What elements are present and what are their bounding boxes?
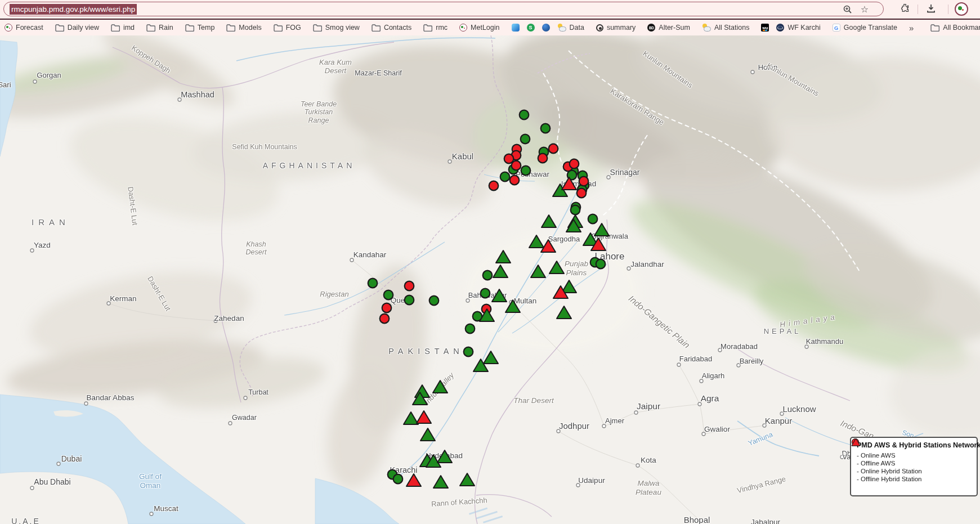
station-marker-aws[interactable] xyxy=(384,290,393,300)
bookmark-star-icon[interactable]: ☆ xyxy=(860,5,870,15)
station-marker-aws[interactable] xyxy=(520,110,529,120)
station-marker-aws[interactable] xyxy=(489,181,499,191)
bookmark-bird[interactable] xyxy=(542,24,550,32)
station-marker-aws[interactable] xyxy=(538,154,548,163)
station-marker-aws[interactable] xyxy=(579,177,589,186)
station-marker-aws[interactable] xyxy=(405,281,414,291)
bookmark-label: imd xyxy=(123,24,135,32)
bookmark-label: Google Translate xyxy=(844,24,897,32)
profile-avatar[interactable] xyxy=(955,2,968,16)
bookmark-label: summary xyxy=(607,24,636,32)
station-marker-hybrid[interactable] xyxy=(549,261,564,274)
station-marker-hybrid[interactable] xyxy=(496,250,511,263)
bookmark-summary[interactable]: summary xyxy=(596,24,636,32)
station-marker-aws[interactable] xyxy=(504,154,514,164)
bookmark-label: WF Karchi xyxy=(787,24,820,32)
bookmark-google-translate[interactable]: GGoogle Translate xyxy=(833,24,897,32)
station-marker-hybrid[interactable] xyxy=(417,411,431,423)
station-marker-hybrid[interactable] xyxy=(557,306,571,319)
station-marker-aws[interactable] xyxy=(588,214,598,224)
legend-item-label: - Offline AWS xyxy=(857,460,895,467)
station-marker-aws[interactable] xyxy=(512,161,521,171)
bookmark-metlogin[interactable]: MetLogin xyxy=(459,24,499,32)
bookmark-label: Rain xyxy=(159,24,173,32)
station-marker-aws[interactable] xyxy=(596,259,606,269)
station-marker-aws[interactable] xyxy=(577,189,587,198)
folder-icon xyxy=(226,24,235,32)
station-marker-aws[interactable] xyxy=(510,176,520,185)
address-bar[interactable]: rmcpunjab.pmd.gov.pk/www/esri.php ☆ xyxy=(3,2,884,16)
legend-title: PMD AWS & Hybrid Stations Network xyxy=(857,441,971,449)
station-marker-aws[interactable] xyxy=(429,296,439,306)
station-marker-aws[interactable] xyxy=(466,324,475,334)
station-marker-hybrid[interactable] xyxy=(529,235,544,248)
bookmark-daily-view[interactable]: Daily view xyxy=(55,24,99,32)
bookmark-label: Temp xyxy=(198,24,215,32)
weather-icon xyxy=(557,24,566,32)
bookmark-smog-view[interactable]: Smog view xyxy=(313,24,360,32)
station-marker-hybrid[interactable] xyxy=(437,450,452,463)
station-marker-aws[interactable] xyxy=(500,172,510,182)
station-marker-aws[interactable] xyxy=(521,135,530,144)
bookmark-forecast[interactable]: Forecast xyxy=(5,24,43,32)
wu-icon: wu xyxy=(761,24,769,32)
bookmark-label: MetLogin xyxy=(471,24,499,32)
station-marker-hybrid[interactable] xyxy=(404,412,418,424)
bookmark-imd[interactable]: imd xyxy=(111,24,135,32)
station-marker-hybrid[interactable] xyxy=(594,223,609,236)
station-marker-aws[interactable] xyxy=(541,124,551,133)
target-icon xyxy=(596,24,603,32)
bookmark-label: Data xyxy=(570,24,584,32)
bookmark-label: All Stations xyxy=(714,24,750,32)
bookmark-all-stations[interactable]: All Stations xyxy=(702,24,750,32)
station-marker-aws[interactable] xyxy=(549,144,558,154)
station-marker-hybrid[interactable] xyxy=(420,428,435,441)
bookmark-contacts[interactable]: Contacts xyxy=(372,24,411,32)
station-marker-aws[interactable] xyxy=(464,347,473,357)
station-marker-aws[interactable] xyxy=(521,166,531,176)
bookmark-rmc[interactable]: rmc xyxy=(423,24,448,32)
map-canvas[interactable]: SariGorganMashhadHotanMazar-E SharifKabu… xyxy=(0,35,980,524)
station-marker-aws[interactable] xyxy=(481,289,490,298)
bookmark-models[interactable]: Models xyxy=(226,24,261,32)
station-marker-hybrid[interactable] xyxy=(433,476,448,488)
station-marker-hybrid[interactable] xyxy=(505,300,520,312)
station-marker-hybrid[interactable] xyxy=(460,473,475,486)
station-marker-hybrid[interactable] xyxy=(484,351,498,364)
station-marker-aws[interactable] xyxy=(380,314,390,324)
bookmark-wf-karchi[interactable]: WF Karchi xyxy=(776,24,820,32)
bookmarks-bar: ForecastDaily viewimdRainTempModelsFOGSm… xyxy=(0,20,980,35)
bookmarks-overflow-chevron[interactable]: » xyxy=(909,23,914,33)
bookmark-sgreen[interactable]: S xyxy=(527,24,535,32)
station-marker-hybrid[interactable] xyxy=(542,215,556,227)
bookmark-label: Forecast xyxy=(16,24,43,32)
station-marker-aws[interactable] xyxy=(393,474,403,484)
bookmark-drop[interactable] xyxy=(512,24,520,32)
extensions-icon[interactable] xyxy=(900,3,911,14)
station-marker-aws[interactable] xyxy=(570,159,579,169)
station-marker-aws[interactable] xyxy=(483,271,493,280)
bookmark-data[interactable]: Data xyxy=(557,24,584,32)
station-marker-hybrid[interactable] xyxy=(492,289,507,302)
bookmark-fog[interactable]: FOG xyxy=(274,24,301,32)
bookmark-wu[interactable]: wu xyxy=(761,24,769,32)
station-marker-aws[interactable] xyxy=(405,295,414,305)
station-marker-aws[interactable] xyxy=(382,303,392,313)
bookmark-rain[interactable]: Rain xyxy=(146,24,173,32)
bookmark-alter-sum[interactable]: BDAlter-Sum xyxy=(647,24,690,32)
zoom-in-icon[interactable] xyxy=(843,5,853,15)
pmdlogo-icon xyxy=(459,24,467,32)
station-marker-hybrid[interactable] xyxy=(531,265,545,277)
station-marker-aws[interactable] xyxy=(368,279,378,288)
download-icon[interactable] xyxy=(925,3,937,14)
station-marker-hybrid[interactable] xyxy=(493,265,508,277)
legend-item: - Offline AWS xyxy=(857,460,971,467)
bookmark-label: Smog view xyxy=(325,24,360,32)
station-marker-hybrid[interactable] xyxy=(433,380,448,393)
station-marker-aws[interactable] xyxy=(571,205,580,215)
url-text[interactable]: rmcpunjab.pmd.gov.pk/www/esri.php xyxy=(10,4,137,15)
bookmark-temp[interactable]: Temp xyxy=(185,24,215,32)
all-bookmarks-button[interactable]: All Bookmarks xyxy=(930,24,980,32)
station-marker-hybrid[interactable] xyxy=(406,474,421,486)
weather-icon xyxy=(702,24,711,32)
